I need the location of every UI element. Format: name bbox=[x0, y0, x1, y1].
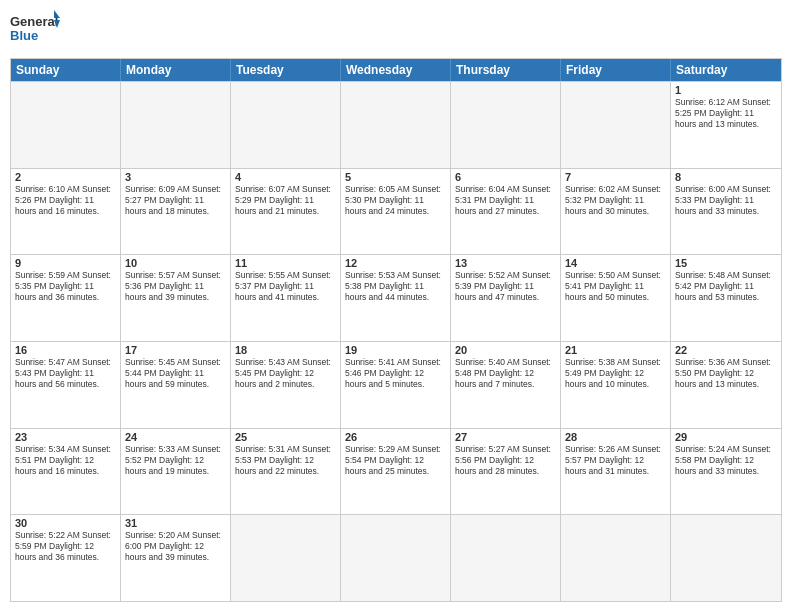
logo: General Blue bbox=[10, 10, 60, 50]
calendar-row-1: 2Sunrise: 6:10 AM Sunset: 5:26 PM Daylig… bbox=[11, 168, 781, 255]
cell-info: Sunrise: 6:12 AM Sunset: 5:25 PM Dayligh… bbox=[675, 97, 771, 129]
cell-day-number: 29 bbox=[675, 431, 777, 443]
cell-info: Sunrise: 5:59 AM Sunset: 5:35 PM Dayligh… bbox=[15, 270, 111, 302]
day-header-tuesday: Tuesday bbox=[231, 59, 341, 81]
calendar-row-5: 30Sunrise: 5:22 AM Sunset: 5:59 PM Dayli… bbox=[11, 514, 781, 601]
cell-info: Sunrise: 5:40 AM Sunset: 5:48 PM Dayligh… bbox=[455, 357, 551, 389]
cell-day-number: 26 bbox=[345, 431, 446, 443]
calendar-cell: 26Sunrise: 5:29 AM Sunset: 5:54 PM Dayli… bbox=[341, 429, 451, 515]
svg-marker-2 bbox=[54, 10, 60, 18]
cell-day-number: 28 bbox=[565, 431, 666, 443]
cell-day-number: 13 bbox=[455, 257, 556, 269]
cell-info: Sunrise: 5:47 AM Sunset: 5:43 PM Dayligh… bbox=[15, 357, 111, 389]
cell-day-number: 12 bbox=[345, 257, 446, 269]
calendar-cell: 22Sunrise: 5:36 AM Sunset: 5:50 PM Dayli… bbox=[671, 342, 781, 428]
day-headers: SundayMondayTuesdayWednesdayThursdayFrid… bbox=[11, 59, 781, 81]
calendar-cell: 25Sunrise: 5:31 AM Sunset: 5:53 PM Dayli… bbox=[231, 429, 341, 515]
cell-info: Sunrise: 6:00 AM Sunset: 5:33 PM Dayligh… bbox=[675, 184, 771, 216]
calendar-cell: 30Sunrise: 5:22 AM Sunset: 5:59 PM Dayli… bbox=[11, 515, 121, 601]
cell-info: Sunrise: 6:04 AM Sunset: 5:31 PM Dayligh… bbox=[455, 184, 551, 216]
calendar-cell: 5Sunrise: 6:05 AM Sunset: 5:30 PM Daylig… bbox=[341, 169, 451, 255]
day-header-thursday: Thursday bbox=[451, 59, 561, 81]
calendar-cell: 6Sunrise: 6:04 AM Sunset: 5:31 PM Daylig… bbox=[451, 169, 561, 255]
cell-info: Sunrise: 5:50 AM Sunset: 5:41 PM Dayligh… bbox=[565, 270, 661, 302]
cell-day-number: 27 bbox=[455, 431, 556, 443]
calendar-cell: 11Sunrise: 5:55 AM Sunset: 5:37 PM Dayli… bbox=[231, 255, 341, 341]
cell-info: Sunrise: 5:38 AM Sunset: 5:49 PM Dayligh… bbox=[565, 357, 661, 389]
calendar-cell: 17Sunrise: 5:45 AM Sunset: 5:44 PM Dayli… bbox=[121, 342, 231, 428]
cell-info: Sunrise: 5:29 AM Sunset: 5:54 PM Dayligh… bbox=[345, 444, 441, 476]
calendar-cell bbox=[451, 82, 561, 168]
calendar-cell: 29Sunrise: 5:24 AM Sunset: 5:58 PM Dayli… bbox=[671, 429, 781, 515]
calendar-cell: 10Sunrise: 5:57 AM Sunset: 5:36 PM Dayli… bbox=[121, 255, 231, 341]
calendar-cell bbox=[561, 82, 671, 168]
calendar-row-3: 16Sunrise: 5:47 AM Sunset: 5:43 PM Dayli… bbox=[11, 341, 781, 428]
cell-day-number: 7 bbox=[565, 171, 666, 183]
cell-day-number: 15 bbox=[675, 257, 777, 269]
cell-info: Sunrise: 5:57 AM Sunset: 5:36 PM Dayligh… bbox=[125, 270, 221, 302]
cell-info: Sunrise: 5:52 AM Sunset: 5:39 PM Dayligh… bbox=[455, 270, 551, 302]
calendar: SundayMondayTuesdayWednesdayThursdayFrid… bbox=[10, 58, 782, 602]
calendar-cell: 13Sunrise: 5:52 AM Sunset: 5:39 PM Dayli… bbox=[451, 255, 561, 341]
calendar-cell: 12Sunrise: 5:53 AM Sunset: 5:38 PM Dayli… bbox=[341, 255, 451, 341]
cell-info: Sunrise: 5:43 AM Sunset: 5:45 PM Dayligh… bbox=[235, 357, 331, 389]
calendar-cell: 1Sunrise: 6:12 AM Sunset: 5:25 PM Daylig… bbox=[671, 82, 781, 168]
header: General Blue bbox=[10, 10, 782, 50]
calendar-cell bbox=[231, 82, 341, 168]
calendar-cell bbox=[561, 515, 671, 601]
cell-info: Sunrise: 5:53 AM Sunset: 5:38 PM Dayligh… bbox=[345, 270, 441, 302]
calendar-cell: 16Sunrise: 5:47 AM Sunset: 5:43 PM Dayli… bbox=[11, 342, 121, 428]
calendar-cell bbox=[11, 82, 121, 168]
calendar-grid: 1Sunrise: 6:12 AM Sunset: 5:25 PM Daylig… bbox=[11, 81, 781, 601]
calendar-cell: 14Sunrise: 5:50 AM Sunset: 5:41 PM Dayli… bbox=[561, 255, 671, 341]
cell-day-number: 6 bbox=[455, 171, 556, 183]
day-header-wednesday: Wednesday bbox=[341, 59, 451, 81]
cell-info: Sunrise: 5:34 AM Sunset: 5:51 PM Dayligh… bbox=[15, 444, 111, 476]
calendar-cell: 9Sunrise: 5:59 AM Sunset: 5:35 PM Daylig… bbox=[11, 255, 121, 341]
calendar-cell: 20Sunrise: 5:40 AM Sunset: 5:48 PM Dayli… bbox=[451, 342, 561, 428]
day-header-friday: Friday bbox=[561, 59, 671, 81]
cell-info: Sunrise: 5:20 AM Sunset: 6:00 PM Dayligh… bbox=[125, 530, 221, 562]
calendar-cell: 21Sunrise: 5:38 AM Sunset: 5:49 PM Dayli… bbox=[561, 342, 671, 428]
calendar-row-4: 23Sunrise: 5:34 AM Sunset: 5:51 PM Dayli… bbox=[11, 428, 781, 515]
cell-info: Sunrise: 5:55 AM Sunset: 5:37 PM Dayligh… bbox=[235, 270, 331, 302]
cell-info: Sunrise: 5:36 AM Sunset: 5:50 PM Dayligh… bbox=[675, 357, 771, 389]
cell-day-number: 17 bbox=[125, 344, 226, 356]
svg-text:Blue: Blue bbox=[10, 28, 38, 43]
cell-info: Sunrise: 5:45 AM Sunset: 5:44 PM Dayligh… bbox=[125, 357, 221, 389]
cell-day-number: 20 bbox=[455, 344, 556, 356]
cell-info: Sunrise: 6:05 AM Sunset: 5:30 PM Dayligh… bbox=[345, 184, 441, 216]
cell-day-number: 14 bbox=[565, 257, 666, 269]
cell-info: Sunrise: 6:10 AM Sunset: 5:26 PM Dayligh… bbox=[15, 184, 111, 216]
cell-day-number: 1 bbox=[675, 84, 777, 96]
cell-day-number: 22 bbox=[675, 344, 777, 356]
cell-day-number: 4 bbox=[235, 171, 336, 183]
cell-day-number: 2 bbox=[15, 171, 116, 183]
cell-day-number: 24 bbox=[125, 431, 226, 443]
day-header-monday: Monday bbox=[121, 59, 231, 81]
calendar-cell: 27Sunrise: 5:27 AM Sunset: 5:56 PM Dayli… bbox=[451, 429, 561, 515]
cell-day-number: 25 bbox=[235, 431, 336, 443]
calendar-cell bbox=[121, 82, 231, 168]
cell-day-number: 10 bbox=[125, 257, 226, 269]
cell-day-number: 5 bbox=[345, 171, 446, 183]
calendar-cell: 2Sunrise: 6:10 AM Sunset: 5:26 PM Daylig… bbox=[11, 169, 121, 255]
calendar-cell bbox=[231, 515, 341, 601]
cell-day-number: 9 bbox=[15, 257, 116, 269]
cell-day-number: 8 bbox=[675, 171, 777, 183]
day-header-saturday: Saturday bbox=[671, 59, 781, 81]
cell-day-number: 3 bbox=[125, 171, 226, 183]
calendar-cell: 15Sunrise: 5:48 AM Sunset: 5:42 PM Dayli… bbox=[671, 255, 781, 341]
calendar-cell: 19Sunrise: 5:41 AM Sunset: 5:46 PM Dayli… bbox=[341, 342, 451, 428]
svg-text:General: General bbox=[10, 14, 58, 29]
calendar-cell: 3Sunrise: 6:09 AM Sunset: 5:27 PM Daylig… bbox=[121, 169, 231, 255]
calendar-row-0: 1Sunrise: 6:12 AM Sunset: 5:25 PM Daylig… bbox=[11, 81, 781, 168]
calendar-row-2: 9Sunrise: 5:59 AM Sunset: 5:35 PM Daylig… bbox=[11, 254, 781, 341]
cell-day-number: 19 bbox=[345, 344, 446, 356]
cell-day-number: 31 bbox=[125, 517, 226, 529]
cell-info: Sunrise: 5:24 AM Sunset: 5:58 PM Dayligh… bbox=[675, 444, 771, 476]
calendar-cell: 7Sunrise: 6:02 AM Sunset: 5:32 PM Daylig… bbox=[561, 169, 671, 255]
cell-info: Sunrise: 5:26 AM Sunset: 5:57 PM Dayligh… bbox=[565, 444, 661, 476]
calendar-cell: 23Sunrise: 5:34 AM Sunset: 5:51 PM Dayli… bbox=[11, 429, 121, 515]
calendar-cell: 24Sunrise: 5:33 AM Sunset: 5:52 PM Dayli… bbox=[121, 429, 231, 515]
